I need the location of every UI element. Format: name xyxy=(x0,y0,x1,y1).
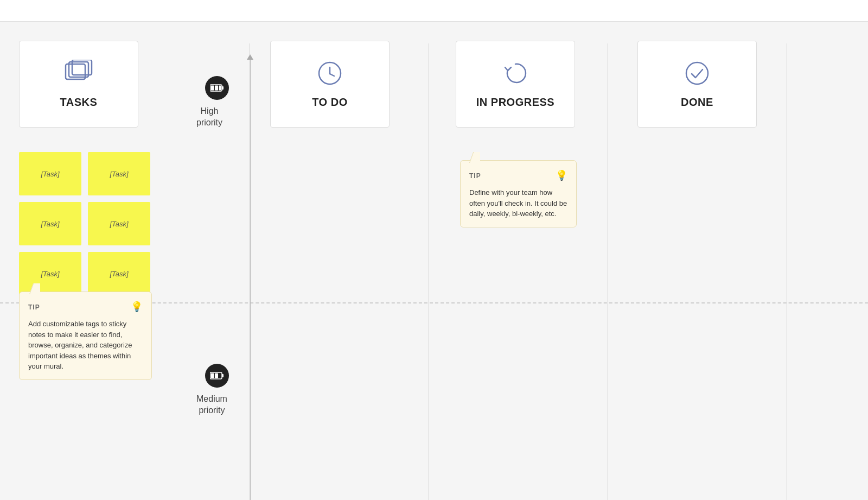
svg-rect-11 xyxy=(219,86,221,91)
sticky-note-6[interactable]: [Task] xyxy=(88,252,150,295)
todo-column-header: TO DO xyxy=(270,41,390,128)
refresh-icon xyxy=(502,60,529,91)
sticky-note-1[interactable]: [Task] xyxy=(19,152,81,195)
svg-point-6 xyxy=(686,62,708,84)
v-divider-4 xyxy=(787,43,787,500)
top-bar xyxy=(0,0,868,22)
todo-label: TO DO xyxy=(312,96,347,109)
tasks-column-header: TASKS xyxy=(19,41,138,128)
v-divider-2 xyxy=(429,43,429,500)
high-priority-icon xyxy=(205,76,229,100)
high-priority-label: Highpriority xyxy=(196,106,222,129)
check-circle-icon xyxy=(684,60,711,91)
priority-axis xyxy=(250,54,251,500)
priority-line xyxy=(250,60,251,500)
done-column-header: DONE xyxy=(637,41,757,128)
done-label: DONE xyxy=(681,96,713,109)
svg-rect-13 xyxy=(222,374,224,377)
sticky-note-2[interactable]: [Task] xyxy=(88,152,150,195)
tip-inprogress-body: Define with your team how often you'll c… xyxy=(469,187,567,219)
sticky-note-3[interactable]: [Task] xyxy=(19,202,81,245)
medium-priority-label: Mediumpriority xyxy=(196,394,227,416)
svg-rect-14 xyxy=(211,374,214,378)
tip-inprogress-bulb-icon: 💡 xyxy=(556,168,567,183)
priority-arrow xyxy=(247,54,253,60)
sticky-notes-grid: [Task] [Task] [Task] [Task] [Task] [Task… xyxy=(19,152,150,295)
tip-inprogress-title: TIP xyxy=(469,171,481,181)
svg-rect-15 xyxy=(215,374,218,378)
tasks-label: TASKS xyxy=(60,96,98,109)
canvas: TASKS TO DO IN PROGRESS xyxy=(0,22,868,500)
tip-inprogress: TIP 💡 Define with your team how often yo… xyxy=(460,160,577,227)
tip-tasks: TIP 💡 Add customizable tags to sticky no… xyxy=(19,292,152,380)
inprogress-column-header: IN PROGRESS xyxy=(456,41,575,128)
tip-tasks-title: TIP xyxy=(28,302,40,312)
sticky-note-5[interactable]: [Task] xyxy=(19,252,81,295)
inprogress-label: IN PROGRESS xyxy=(476,96,554,109)
svg-line-5 xyxy=(330,74,334,76)
svg-rect-9 xyxy=(211,86,214,91)
svg-rect-10 xyxy=(215,86,218,91)
v-divider-3 xyxy=(608,43,608,500)
layers-icon xyxy=(65,60,93,91)
sticky-note-4[interactable]: [Task] xyxy=(88,202,150,245)
tip-inprogress-header: TIP 💡 xyxy=(469,168,567,183)
clock-icon xyxy=(316,60,343,91)
tip-tasks-bulb-icon: 💡 xyxy=(131,300,143,314)
svg-rect-8 xyxy=(222,86,224,90)
tip-tasks-header: TIP 💡 xyxy=(28,300,143,314)
medium-priority-icon xyxy=(205,364,229,388)
tip-tasks-body: Add customizable tags to sticky notes to… xyxy=(28,319,143,372)
